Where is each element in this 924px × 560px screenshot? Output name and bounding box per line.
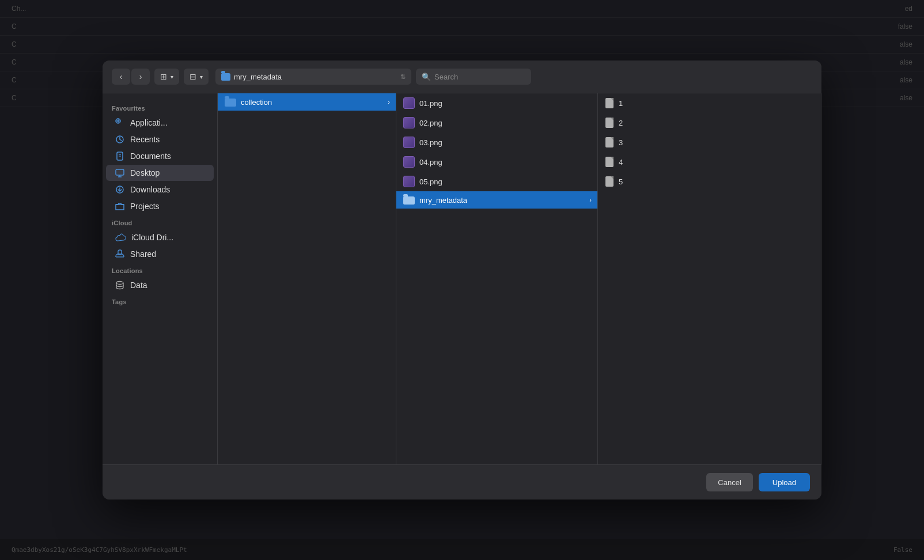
list-item[interactable]: 01.png [396,93,597,113]
projects-icon [115,202,124,211]
documents-icon [115,152,124,161]
png-icon [403,97,415,109]
current-folder-icon [221,73,230,81]
list-item[interactable]: 02.png [396,113,597,133]
svg-point-14 [116,282,123,285]
list-item[interactable]: 5 [598,172,821,191]
sidebar-item-label: Documents [130,152,171,161]
back-button[interactable]: ‹ [112,69,130,85]
list-item[interactable]: 2 [598,113,821,133]
sidebar-item-label: Recents [130,135,160,144]
doc-shape [605,176,614,187]
png-icon [403,137,415,148]
dialog-footer: Cancel Upload [103,464,821,500]
list-item[interactable]: 03.png [396,133,597,152]
folder-selector[interactable]: mry_metadata ⇅ [215,69,411,85]
grid-icon: ⊟ [190,72,196,81]
chevron-right-icon: › [388,99,390,105]
forward-button[interactable]: › [131,69,150,85]
folder-selector-arrows: ⇅ [400,73,406,81]
sidebar-item-label: Desktop [130,168,160,177]
file-item-label: 1 [619,99,623,108]
sidebar-item-shared[interactable]: Shared [106,246,214,262]
sidebar: Favourites Applicati... [103,93,218,464]
favourites-section-label: Favourites [103,100,217,114]
list-item[interactable]: 05.png [396,172,597,191]
file-item-label: collection [241,98,272,107]
cancel-button[interactable]: Cancel [706,473,752,491]
file-item-label: 02.png [419,119,442,127]
column-3: 1 2 3 [598,93,821,464]
svg-rect-7 [116,169,124,175]
file-browser: collection › 01.png 02.png [218,93,821,464]
list-item[interactable]: mry_metadata › [396,191,597,209]
tags-section-label: Tags [103,294,217,308]
folder-icon [225,97,236,107]
recents-icon [115,135,124,144]
dialog-body: Favourites Applicati... [103,93,821,464]
view-grid-button[interactable]: ⊟ ▾ [184,69,209,85]
doc-icon [605,137,614,148]
png-icon [403,117,415,128]
doc-icon [605,117,614,128]
sidebar-item-desktop[interactable]: Desktop [106,165,214,181]
chevron-down-icon: ▾ [171,74,173,80]
icloud-section-label: iCloud [103,215,217,229]
sidebar-item-label: Applicati... [130,118,168,127]
folder-icon [403,195,415,205]
sidebar-item-data[interactable]: Data [106,277,214,293]
current-folder-name: mry_metadata [234,73,282,81]
chevron-right-icon: › [139,72,142,81]
folder-shape [225,99,236,107]
doc-icon [605,97,614,109]
search-icon: 🔍 [422,73,431,81]
doc-shape [605,98,614,108]
file-item-label: 4 [619,158,623,167]
file-item-label: 2 [619,119,623,127]
chevron-down-icon: ▾ [200,74,203,80]
data-icon [115,281,124,290]
column-1: collection › [218,93,396,464]
dialog-overlay: ‹ › ⊞ ▾ ⊟ ▾ mry_metadata ⇅ 🔍 [0,0,924,560]
file-item-label: 01.png [419,99,442,108]
sidebar-item-icloud-drive[interactable]: iCloud Dri... [106,229,214,245]
view-columns-button[interactable]: ⊞ ▾ [154,69,179,85]
list-item[interactable]: 4 [598,152,821,172]
search-input[interactable] [434,73,525,81]
doc-icon [605,156,614,168]
doc-shape [605,118,614,128]
icloud-drive-icon [115,233,126,241]
folder-shape [403,196,415,205]
downloads-icon [115,185,124,194]
columns-icon: ⊞ [160,72,167,81]
sidebar-item-projects[interactable]: Projects [106,198,214,214]
shared-icon [115,249,124,259]
file-item-label: 04.png [419,158,442,167]
list-item[interactable]: 1 [598,93,821,113]
sidebar-item-label: Shared [130,249,156,259]
file-item-label: mry_metadata [419,196,467,205]
png-icon [403,156,415,168]
sidebar-item-label: Data [130,281,147,290]
list-item[interactable]: 04.png [396,152,597,172]
sidebar-item-recents[interactable]: Recents [106,131,214,147]
sidebar-item-downloads[interactable]: Downloads [106,181,214,198]
sidebar-item-documents[interactable]: Documents [106,148,214,164]
list-item[interactable]: collection › [218,93,396,111]
desktop-icon [115,168,124,177]
sidebar-item-label: Projects [130,202,160,211]
file-item-label: 03.png [419,138,442,147]
list-item[interactable]: 3 [598,133,821,152]
locations-section-label: Locations [103,263,217,277]
doc-shape [605,137,614,147]
sidebar-item-label: Downloads [130,185,170,194]
applications-icon [115,118,124,127]
search-box: 🔍 [416,69,531,85]
upload-button[interactable]: Upload [759,473,810,491]
toolbar: ‹ › ⊞ ▾ ⊟ ▾ mry_metadata ⇅ 🔍 [103,60,821,93]
png-icon [403,176,415,187]
doc-shape [605,157,614,167]
sidebar-item-applications[interactable]: Applicati... [106,115,214,131]
sidebar-item-label: iCloud Dri... [131,233,173,242]
file-item-label: 05.png [419,177,442,186]
